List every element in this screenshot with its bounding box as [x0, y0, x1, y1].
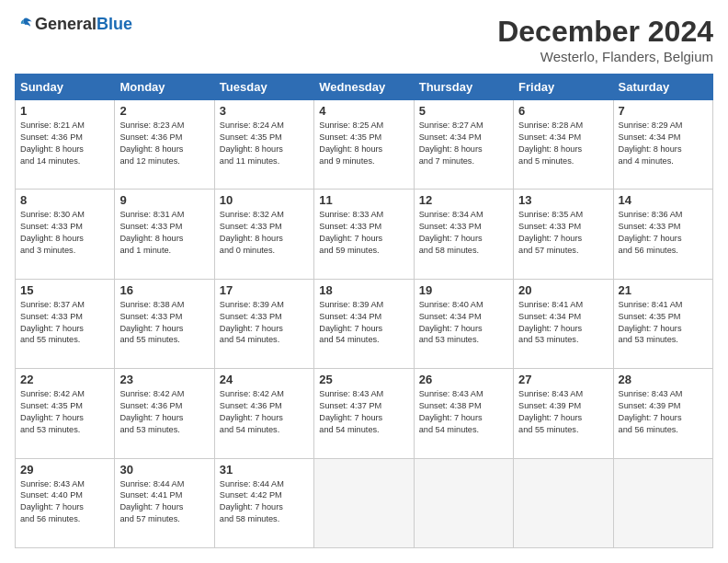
calendar-day-cell: 10Sunrise: 8:32 AMSunset: 4:33 PMDayligh… [214, 190, 313, 279]
calendar-day-cell: 28Sunrise: 8:43 AMSunset: 4:39 PMDayligh… [613, 369, 712, 458]
day-number: 6 [518, 104, 608, 118]
day-info: Sunrise: 8:23 AMSunset: 4:36 PMDaylight:… [119, 120, 209, 167]
calendar-day-cell: 22Sunrise: 8:42 AMSunset: 4:35 PMDayligh… [16, 369, 115, 458]
day-number: 2 [119, 104, 209, 118]
day-number: 21 [619, 283, 708, 297]
day-number: 15 [20, 283, 109, 297]
day-info: Sunrise: 8:35 AMSunset: 4:33 PMDaylight:… [518, 209, 608, 257]
header-thursday: Thursday [414, 75, 513, 100]
day-number: 28 [619, 373, 708, 386]
calendar-day-cell [314, 458, 414, 547]
calendar-day-cell: 5Sunrise: 8:27 AMSunset: 4:34 PMDaylight… [414, 100, 513, 190]
day-info: Sunrise: 8:43 AMSunset: 4:39 PMDaylight:… [619, 388, 708, 436]
location: Westerlo, Flanders, Belgium [497, 49, 713, 64]
weekday-header-row: Sunday Monday Tuesday Wednesday Thursday… [16, 75, 713, 100]
day-info: Sunrise: 8:30 AMSunset: 4:33 PMDaylight:… [20, 209, 109, 257]
calendar-day-cell: 7Sunrise: 8:29 AMSunset: 4:34 PMDaylight… [613, 100, 712, 190]
calendar-day-cell: 15Sunrise: 8:37 AMSunset: 4:33 PMDayligh… [16, 279, 115, 368]
day-number: 14 [619, 193, 708, 207]
day-info: Sunrise: 8:43 AMSunset: 4:39 PMDaylight:… [518, 388, 608, 436]
header-wednesday: Wednesday [314, 75, 414, 100]
calendar-day-cell: 29Sunrise: 8:43 AMSunset: 4:40 PMDayligh… [16, 458, 115, 547]
calendar-day-cell: 25Sunrise: 8:43 AMSunset: 4:37 PMDayligh… [314, 369, 414, 458]
header-friday: Friday [514, 75, 613, 100]
day-info: Sunrise: 8:40 AMSunset: 4:34 PMDaylight:… [419, 299, 508, 347]
day-number: 30 [119, 463, 209, 477]
day-number: 9 [119, 193, 209, 207]
header: General Blue December 2024 Westerlo, Fla… [15, 15, 713, 64]
day-info: Sunrise: 8:43 AMSunset: 4:38 PMDaylight:… [419, 388, 508, 436]
day-number: 12 [419, 193, 508, 207]
day-info: Sunrise: 8:43 AMSunset: 4:37 PMDaylight:… [319, 388, 408, 436]
logo-general: General [35, 15, 97, 34]
day-number: 3 [220, 104, 309, 118]
calendar-day-cell: 20Sunrise: 8:41 AMSunset: 4:34 PMDayligh… [514, 279, 613, 368]
day-info: Sunrise: 8:44 AMSunset: 4:41 PMDaylight:… [119, 478, 209, 526]
header-saturday: Saturday [613, 75, 712, 100]
calendar-day-cell: 27Sunrise: 8:43 AMSunset: 4:39 PMDayligh… [514, 369, 613, 458]
day-number: 13 [518, 193, 608, 207]
day-number: 25 [319, 373, 408, 386]
calendar-day-cell: 21Sunrise: 8:41 AMSunset: 4:35 PMDayligh… [613, 279, 712, 368]
day-number: 20 [518, 283, 608, 297]
day-number: 18 [319, 283, 408, 297]
calendar-day-cell: 8Sunrise: 8:30 AMSunset: 4:33 PMDaylight… [16, 190, 115, 279]
day-info: Sunrise: 8:33 AMSunset: 4:33 PMDaylight:… [319, 209, 408, 257]
day-number: 17 [220, 283, 309, 297]
calendar-day-cell: 24Sunrise: 8:42 AMSunset: 4:36 PMDayligh… [214, 369, 313, 458]
calendar-day-cell: 31Sunrise: 8:44 AMSunset: 4:42 PMDayligh… [214, 458, 313, 547]
calendar-day-cell: 9Sunrise: 8:31 AMSunset: 4:33 PMDaylight… [115, 190, 214, 279]
logo: General Blue [15, 15, 132, 34]
day-number: 7 [619, 104, 708, 118]
calendar-week-row: 15Sunrise: 8:37 AMSunset: 4:33 PMDayligh… [16, 279, 713, 368]
month-title: December 2024 [497, 15, 713, 49]
day-number: 23 [119, 373, 209, 386]
calendar-day-cell: 2Sunrise: 8:23 AMSunset: 4:36 PMDaylight… [115, 100, 214, 190]
calendar-day-cell: 30Sunrise: 8:44 AMSunset: 4:41 PMDayligh… [115, 458, 214, 547]
day-info: Sunrise: 8:42 AMSunset: 4:35 PMDaylight:… [20, 388, 109, 436]
calendar-week-row: 22Sunrise: 8:42 AMSunset: 4:35 PMDayligh… [16, 369, 713, 458]
day-info: Sunrise: 8:43 AMSunset: 4:40 PMDaylight:… [20, 478, 109, 526]
day-info: Sunrise: 8:44 AMSunset: 4:42 PMDaylight:… [220, 478, 309, 526]
logo-bird-icon [17, 16, 35, 34]
header-monday: Monday [115, 75, 214, 100]
day-number: 26 [419, 373, 508, 386]
calendar-day-cell: 6Sunrise: 8:28 AMSunset: 4:34 PMDaylight… [514, 100, 613, 190]
day-info: Sunrise: 8:34 AMSunset: 4:33 PMDaylight:… [419, 209, 508, 257]
day-info: Sunrise: 8:29 AMSunset: 4:34 PMDaylight:… [619, 120, 708, 167]
day-info: Sunrise: 8:37 AMSunset: 4:33 PMDaylight:… [20, 299, 109, 347]
day-number: 22 [20, 373, 109, 386]
calendar-day-cell: 4Sunrise: 8:25 AMSunset: 4:35 PMDaylight… [314, 100, 414, 190]
calendar-day-cell: 16Sunrise: 8:38 AMSunset: 4:33 PMDayligh… [115, 279, 214, 368]
day-number: 24 [220, 373, 309, 386]
title-section: December 2024 Westerlo, Flanders, Belgiu… [497, 15, 713, 64]
logo-blue: Blue [97, 15, 132, 34]
day-info: Sunrise: 8:39 AMSunset: 4:34 PMDaylight:… [319, 299, 408, 347]
calendar-day-cell: 17Sunrise: 8:39 AMSunset: 4:33 PMDayligh… [214, 279, 313, 368]
calendar-day-cell [514, 458, 613, 547]
header-tuesday: Tuesday [214, 75, 313, 100]
day-number: 1 [20, 104, 109, 118]
page: General Blue December 2024 Westerlo, Fla… [0, 0, 728, 563]
calendar-day-cell: 13Sunrise: 8:35 AMSunset: 4:33 PMDayligh… [514, 190, 613, 279]
calendar-week-row: 29Sunrise: 8:43 AMSunset: 4:40 PMDayligh… [16, 458, 713, 547]
calendar-day-cell: 11Sunrise: 8:33 AMSunset: 4:33 PMDayligh… [314, 190, 414, 279]
day-number: 5 [419, 104, 508, 118]
day-info: Sunrise: 8:25 AMSunset: 4:35 PMDaylight:… [319, 120, 408, 167]
day-info: Sunrise: 8:21 AMSunset: 4:36 PMDaylight:… [20, 120, 109, 167]
calendar-day-cell: 3Sunrise: 8:24 AMSunset: 4:35 PMDaylight… [214, 100, 313, 190]
calendar-day-cell: 12Sunrise: 8:34 AMSunset: 4:33 PMDayligh… [414, 190, 513, 279]
calendar-week-row: 1Sunrise: 8:21 AMSunset: 4:36 PMDaylight… [16, 100, 713, 190]
day-info: Sunrise: 8:28 AMSunset: 4:34 PMDaylight:… [518, 120, 608, 167]
calendar-day-cell: 19Sunrise: 8:40 AMSunset: 4:34 PMDayligh… [414, 279, 513, 368]
day-number: 19 [419, 283, 508, 297]
calendar-day-cell: 26Sunrise: 8:43 AMSunset: 4:38 PMDayligh… [414, 369, 513, 458]
calendar-day-cell [414, 458, 513, 547]
calendar-day-cell: 1Sunrise: 8:21 AMSunset: 4:36 PMDaylight… [16, 100, 115, 190]
day-number: 11 [319, 193, 408, 207]
calendar-week-row: 8Sunrise: 8:30 AMSunset: 4:33 PMDaylight… [16, 190, 713, 279]
day-number: 10 [220, 193, 309, 207]
day-info: Sunrise: 8:32 AMSunset: 4:33 PMDaylight:… [220, 209, 309, 257]
header-sunday: Sunday [16, 75, 115, 100]
calendar-table: Sunday Monday Tuesday Wednesday Thursday… [15, 74, 713, 548]
